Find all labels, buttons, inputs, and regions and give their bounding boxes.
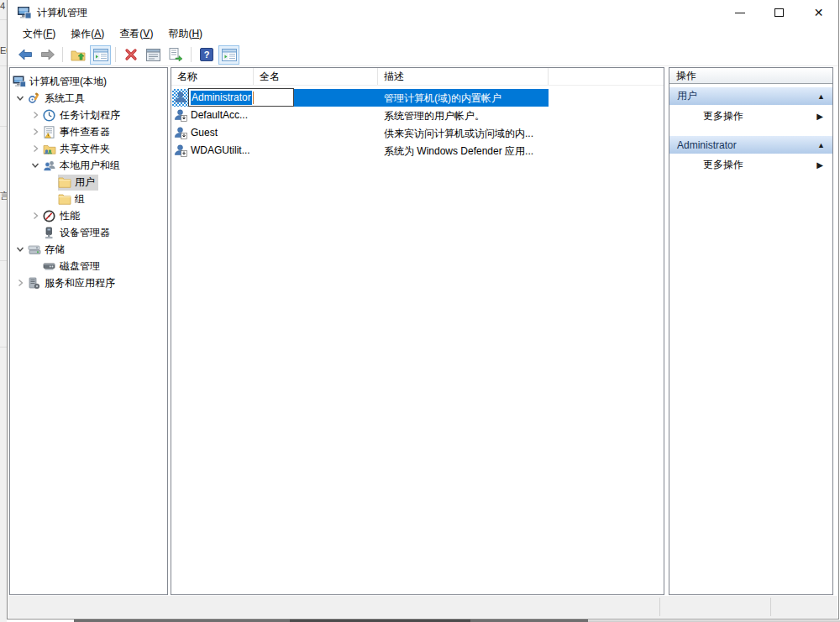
tree-item-storage[interactable]: 存储 xyxy=(10,241,167,258)
user-account-disabled-icon xyxy=(174,108,187,124)
chevron-right-icon[interactable] xyxy=(28,212,43,220)
row-selection-highlight: 管理计算机(域)的内置帐户 xyxy=(289,89,549,107)
system-tools-icon xyxy=(28,92,43,105)
status-bar xyxy=(8,596,837,618)
background-window-sliver: 4 E0 言 xyxy=(0,0,7,622)
shared-folders-icon xyxy=(43,143,58,155)
chevron-right-icon[interactable] xyxy=(13,279,28,287)
menu-view[interactable]: 查看(V) xyxy=(112,25,160,44)
actions-pane: 操作 用户 ▲ 更多操作 ▶ Administrator ▲ 更多操作 ▶ xyxy=(669,67,833,595)
up-one-level-icon[interactable] xyxy=(67,45,88,65)
computer-management-window: 计算机管理 ✕ 文件(F) 操作(A) 查看(V) 帮助(H) xyxy=(7,0,839,619)
user-account-icon xyxy=(174,91,187,107)
computer-icon xyxy=(13,76,28,88)
submenu-arrow-icon: ▶ xyxy=(816,112,823,121)
menu-bar: 文件(F) 操作(A) 查看(V) 帮助(H) xyxy=(8,25,838,44)
toolbar: ? xyxy=(8,44,838,66)
computer-management-app-icon xyxy=(17,6,32,19)
chevron-right-icon[interactable] xyxy=(28,128,43,136)
tree-item-local-users-and-groups[interactable]: 本地用户和组 xyxy=(10,157,167,174)
status-separator xyxy=(770,598,771,616)
event-viewer-icon xyxy=(43,126,58,139)
list-row-wdagutility[interactable]: WDAGUtilit... 系统为 Windows Defender 应用... xyxy=(171,142,664,159)
menu-file[interactable]: 文件(F) xyxy=(15,25,63,44)
submenu-arrow-icon: ▶ xyxy=(816,160,823,170)
title-bar[interactable]: 计算机管理 ✕ xyxy=(8,0,838,25)
list-column-headers: 名称 全名 描述 xyxy=(171,68,664,86)
svg-text:?: ? xyxy=(203,50,209,60)
local-users-groups-icon xyxy=(43,159,58,172)
services-applications-icon xyxy=(28,277,43,290)
rename-edit-box[interactable]: Administrator xyxy=(188,88,294,107)
delete-icon[interactable] xyxy=(120,45,141,65)
column-header-description[interactable]: 描述 xyxy=(378,68,549,85)
properties-icon[interactable] xyxy=(143,45,164,65)
actions-section-administrator[interactable]: Administrator ▲ xyxy=(669,136,832,154)
menu-help[interactable]: 帮助(H) xyxy=(160,25,210,44)
user-account-disabled-icon xyxy=(174,126,187,142)
disk-management-icon xyxy=(43,260,58,272)
show-hide-action-pane-icon[interactable] xyxy=(218,45,239,65)
user-list-pane: 名称 全名 描述 管理计算机(域)的内置帐户 Administrator xyxy=(171,67,664,595)
column-header-fullname[interactable]: 全名 xyxy=(254,68,378,85)
user-account-disabled-icon xyxy=(174,144,187,159)
column-header-name[interactable]: 名称 xyxy=(171,68,254,85)
tree-item-device-manager[interactable]: 设备管理器 xyxy=(10,224,167,241)
text-caret xyxy=(253,91,254,104)
tree-item-task-scheduler[interactable]: 任务计划程序 xyxy=(10,107,167,123)
task-scheduler-icon xyxy=(43,109,58,122)
more-actions-administrator[interactable]: 更多操作 ▶ xyxy=(669,154,832,176)
minimize-button[interactable] xyxy=(720,0,759,25)
toolbar-separator xyxy=(115,47,116,62)
more-actions-users[interactable]: 更多操作 ▶ xyxy=(669,105,832,128)
tree-item-groups[interactable]: 组 xyxy=(10,191,167,207)
tree-item-computer-management-local[interactable]: 计算机管理(本地) xyxy=(10,73,167,90)
tree-item-services-and-applications[interactable]: 服务和应用程序 xyxy=(10,274,167,291)
tree-item-performance[interactable]: 性能 xyxy=(10,207,167,224)
status-separator xyxy=(659,598,660,616)
list-row-guest[interactable]: Guest 供来宾访问计算机或访问域的内... xyxy=(171,124,664,142)
device-manager-icon xyxy=(43,227,58,239)
back-icon[interactable] xyxy=(14,45,35,65)
forward-icon[interactable] xyxy=(37,45,58,65)
storage-icon xyxy=(28,243,43,256)
show-hide-console-tree-icon[interactable] xyxy=(90,45,111,65)
chevron-down-icon[interactable] xyxy=(28,161,43,170)
actions-pane-title: 操作 xyxy=(669,68,832,84)
toolbar-separator xyxy=(191,47,192,62)
content-area: 计算机管理(本地) 系统工具 任务计划程序 xyxy=(8,67,838,596)
toolbar-separator xyxy=(62,47,63,62)
folder-icon xyxy=(58,193,73,205)
folder-icon xyxy=(58,176,73,188)
help-icon[interactable]: ? xyxy=(196,45,217,65)
window-title: 计算机管理 xyxy=(37,6,87,20)
chevron-right-icon[interactable] xyxy=(28,111,43,119)
edit-selected-text: Administrator xyxy=(191,91,252,105)
chevron-down-icon[interactable] xyxy=(13,94,28,102)
close-button[interactable]: ✕ xyxy=(799,0,838,25)
chevron-down-icon[interactable] xyxy=(13,245,28,254)
export-list-icon[interactable] xyxy=(165,45,186,65)
list-row-administrator[interactable]: 管理计算机(域)的内置帐户 Administrator xyxy=(171,89,664,107)
maximize-button[interactable] xyxy=(759,0,799,25)
menu-action[interactable]: 操作(A) xyxy=(63,25,112,44)
tree-item-disk-management[interactable]: 磁盘管理 xyxy=(10,258,167,274)
tree-item-shared-folders[interactable]: 共享文件夹 xyxy=(10,140,167,157)
console-tree-pane: 计算机管理(本地) 系统工具 任务计划程序 xyxy=(9,67,168,595)
tree-item-users[interactable]: 用户 xyxy=(10,174,167,191)
collapse-section-icon[interactable]: ▲ xyxy=(817,92,825,101)
tree-item-system-tools[interactable]: 系统工具 xyxy=(10,90,167,107)
tree-item-event-viewer[interactable]: 事件查看器 xyxy=(10,123,167,140)
list-row-defaultaccount[interactable]: DefaultAcc... 系统管理的用户帐户。 xyxy=(171,107,664,124)
collapse-section-icon[interactable]: ▲ xyxy=(817,141,825,149)
tree-selected-highlight[interactable]: 用户 xyxy=(58,175,98,191)
performance-icon xyxy=(43,210,58,222)
actions-section-users[interactable]: 用户 ▲ xyxy=(669,87,832,105)
chevron-right-icon[interactable] xyxy=(28,144,43,153)
